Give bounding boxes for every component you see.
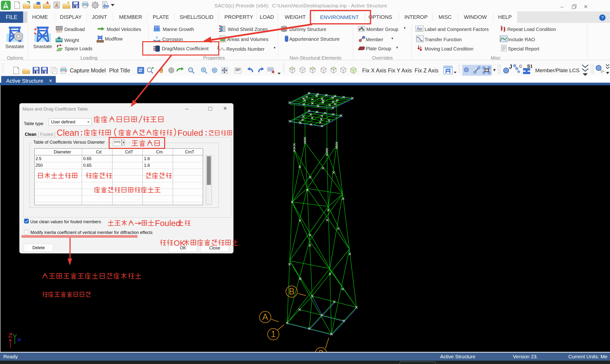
svg-text:Fouled: Fouled — [178, 128, 203, 137]
svg-text:Fouled: Fouled — [155, 219, 180, 228]
svg-text:Clean: Clean — [57, 128, 79, 138]
svg-text:OK: OK — [174, 239, 185, 247]
